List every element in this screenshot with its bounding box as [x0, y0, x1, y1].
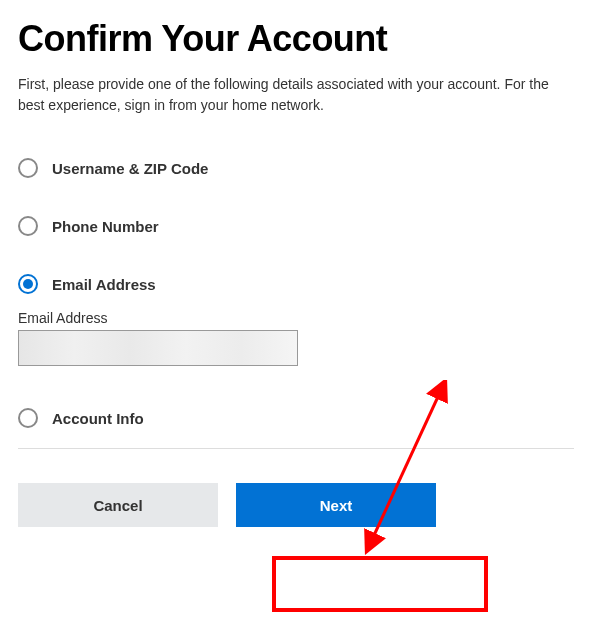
- email-field-label: Email Address: [18, 310, 574, 326]
- page-subtitle: First, please provide one of the followi…: [18, 74, 574, 116]
- radio-label: Email Address: [52, 276, 156, 293]
- cancel-button[interactable]: Cancel: [18, 483, 218, 527]
- divider: [18, 448, 574, 449]
- button-row: Cancel Next: [18, 483, 574, 527]
- email-input[interactable]: [18, 330, 298, 366]
- page-title: Confirm Your Account: [18, 18, 574, 60]
- radio-option-email[interactable]: Email Address: [18, 274, 574, 294]
- annotation-highlight-box: [272, 556, 488, 612]
- radio-icon-checked: [18, 274, 38, 294]
- radio-label: Phone Number: [52, 218, 159, 235]
- radio-icon: [18, 408, 38, 428]
- radio-option-account-info[interactable]: Account Info: [18, 408, 574, 428]
- radio-label: Account Info: [52, 410, 144, 427]
- radio-icon: [18, 158, 38, 178]
- next-button[interactable]: Next: [236, 483, 436, 527]
- radio-option-phone[interactable]: Phone Number: [18, 216, 574, 236]
- radio-label: Username & ZIP Code: [52, 160, 208, 177]
- radio-option-username-zip[interactable]: Username & ZIP Code: [18, 158, 574, 178]
- email-input-block: Email Address: [18, 310, 574, 366]
- radio-icon: [18, 216, 38, 236]
